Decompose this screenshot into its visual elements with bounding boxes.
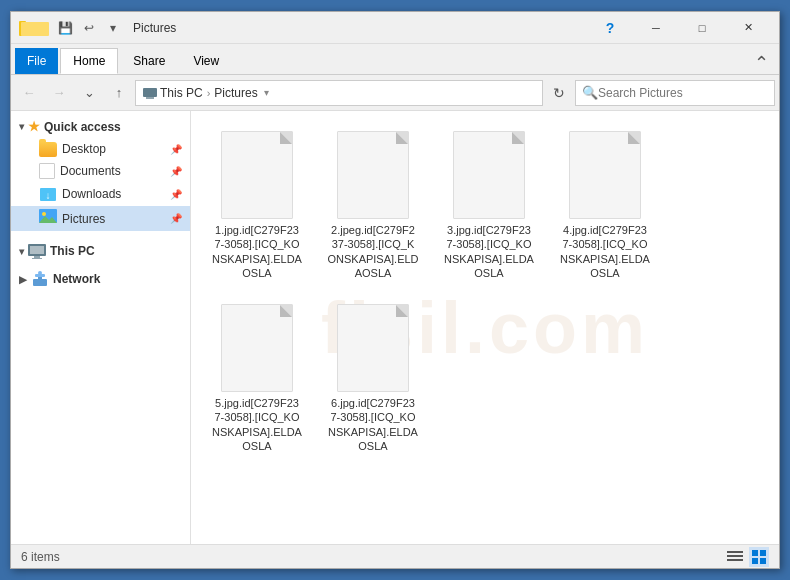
svg-rect-3 bbox=[143, 88, 157, 97]
main-content: ▾ ★ Quick access Desktop 📌 Documents 📌 ↓ bbox=[11, 111, 779, 544]
address-path[interactable]: This PC › Pictures ▾ bbox=[135, 80, 543, 106]
path-thispc: This PC bbox=[160, 86, 203, 100]
tab-file[interactable]: File bbox=[15, 48, 58, 74]
pin-icon: 📌 bbox=[170, 189, 182, 200]
sidebar-item-downloads[interactable]: ↓ Downloads 📌 bbox=[11, 182, 190, 206]
file-item[interactable]: 5.jpg.id[C279F237-3058].[ICQ_KONSKAPISA]… bbox=[207, 300, 307, 457]
pin-icon: 📌 bbox=[170, 144, 182, 155]
window-title: Pictures bbox=[133, 21, 587, 35]
file-icon-4 bbox=[569, 131, 641, 219]
sidebar-thispc[interactable]: ▾ This PC bbox=[11, 239, 190, 263]
tab-share[interactable]: Share bbox=[120, 48, 178, 74]
forward-button[interactable]: → bbox=[45, 79, 73, 107]
file-item[interactable]: 6.jpg.id[C279F237-3058].[ICQ_KONSKAPISA]… bbox=[323, 300, 423, 457]
list-view-button[interactable] bbox=[725, 547, 745, 567]
star-icon: ★ bbox=[28, 119, 40, 134]
downloads-icon: ↓ bbox=[39, 185, 57, 203]
svg-rect-2 bbox=[21, 22, 49, 36]
file-name-3: 3.jpg.id[C279F237-3058].[ICQ_KONSKAPISA]… bbox=[444, 223, 534, 280]
svg-rect-12 bbox=[32, 258, 42, 259]
recent-locations-button[interactable]: ⌄ bbox=[75, 79, 103, 107]
grid-view-button[interactable] bbox=[749, 547, 769, 567]
file-icon-2 bbox=[337, 131, 409, 219]
svg-rect-20 bbox=[727, 559, 743, 561]
path-dropdown-icon[interactable]: ▾ bbox=[264, 87, 269, 98]
path-pictures: Pictures bbox=[214, 86, 257, 100]
svg-point-8 bbox=[42, 212, 46, 216]
svg-rect-24 bbox=[760, 558, 766, 564]
title-bar-icons: 💾 ↩ ▾ bbox=[19, 18, 123, 38]
svg-rect-18 bbox=[727, 551, 743, 553]
file-name-1: 1.jpg.id[C279F237-3058].[ICQ_KONSKAPISA]… bbox=[212, 223, 302, 280]
sidebar-label-desktop: Desktop bbox=[62, 142, 106, 156]
tab-view[interactable]: View bbox=[180, 48, 232, 74]
svg-rect-4 bbox=[146, 97, 154, 99]
search-box[interactable]: 🔍 bbox=[575, 80, 775, 106]
help-button[interactable]: ? bbox=[587, 12, 633, 44]
sidebar-label-documents: Documents bbox=[60, 164, 121, 178]
svg-text:↓: ↓ bbox=[46, 190, 51, 201]
file-name-6: 6.jpg.id[C279F237-3058].[ICQ_KONSKAPISA]… bbox=[328, 396, 418, 453]
file-icon-6 bbox=[337, 304, 409, 392]
ribbon-collapse-button[interactable]: ⌃ bbox=[754, 52, 769, 74]
quick-access-label: Quick access bbox=[44, 120, 121, 134]
file-grid: 1.jpg.id[C279F237-3058].[ICQ_KONSKAPISA]… bbox=[191, 111, 779, 473]
file-area: fisil.com 1.jpg.id[C279F237-3058].[ICQ_K… bbox=[191, 111, 779, 544]
svg-rect-14 bbox=[33, 279, 47, 286]
search-icon: 🔍 bbox=[582, 85, 598, 100]
file-item[interactable]: 2.jpeg.id[C279F237-3058].[ICQ_KONSKAPISA… bbox=[323, 127, 423, 284]
svg-rect-11 bbox=[34, 256, 40, 258]
network-label: Network bbox=[53, 272, 100, 286]
maximize-button[interactable]: □ bbox=[679, 12, 725, 44]
title-bar-folder-icon bbox=[19, 18, 51, 38]
docs-icon bbox=[39, 163, 55, 179]
pictures-icon bbox=[39, 209, 57, 228]
pin-icon: 📌 bbox=[170, 166, 182, 177]
back-button[interactable]: ← bbox=[15, 79, 43, 107]
sidebar-quick-access[interactable]: ▾ ★ Quick access bbox=[11, 115, 190, 138]
qat-undo-button[interactable]: ↩ bbox=[79, 18, 99, 38]
svg-rect-22 bbox=[760, 550, 766, 556]
svg-rect-19 bbox=[727, 555, 743, 557]
address-bar: ← → ⌄ ↑ This PC › Pictures ▾ ↻ 🔍 bbox=[11, 75, 779, 111]
view-controls bbox=[725, 547, 769, 567]
svg-rect-13 bbox=[30, 246, 44, 254]
item-count: 6 items bbox=[21, 550, 60, 564]
window-controls: ? ─ □ ✕ bbox=[587, 12, 771, 44]
minimize-button[interactable]: ─ bbox=[633, 12, 679, 44]
ribbon: File Home Share View ⌃ bbox=[11, 44, 779, 75]
file-item[interactable]: 3.jpg.id[C279F237-3058].[ICQ_KONSKAPISA]… bbox=[439, 127, 539, 284]
sidebar-label-downloads: Downloads bbox=[62, 187, 121, 201]
file-icon-5 bbox=[221, 304, 293, 392]
sidebar: ▾ ★ Quick access Desktop 📌 Documents 📌 ↓ bbox=[11, 111, 191, 544]
tab-home[interactable]: Home bbox=[60, 48, 118, 74]
file-icon-3 bbox=[453, 131, 525, 219]
sidebar-item-documents[interactable]: Documents 📌 bbox=[11, 160, 190, 182]
status-bar: 6 items bbox=[11, 544, 779, 568]
file-name-4: 4.jpg.id[C279F237-3058].[ICQ_KONSKAPISA]… bbox=[560, 223, 650, 280]
up-button[interactable]: ↑ bbox=[105, 79, 133, 107]
sidebar-label-pictures: Pictures bbox=[62, 212, 105, 226]
file-icon-1 bbox=[221, 131, 293, 219]
title-bar: 💾 ↩ ▾ Pictures ? ─ □ ✕ bbox=[11, 12, 779, 44]
search-input[interactable] bbox=[598, 86, 770, 100]
qat-save-button[interactable]: 💾 bbox=[55, 18, 75, 38]
thispc-small-icon bbox=[142, 86, 158, 100]
file-explorer-window: 💾 ↩ ▾ Pictures ? ─ □ ✕ File Home Share V… bbox=[10, 11, 780, 569]
sidebar-item-pictures[interactable]: Pictures 📌 bbox=[11, 206, 190, 231]
expand-icon: ▾ bbox=[19, 121, 24, 132]
file-name-2: 2.jpeg.id[C279F237-3058].[ICQ_KONSKAPISA… bbox=[327, 223, 418, 280]
close-button[interactable]: ✕ bbox=[725, 12, 771, 44]
svg-point-17 bbox=[38, 271, 42, 275]
sidebar-network[interactable]: ▶ Network bbox=[11, 267, 190, 291]
ribbon-tabs: File Home Share View ⌃ bbox=[11, 44, 779, 74]
sidebar-item-desktop[interactable]: Desktop 📌 bbox=[11, 138, 190, 160]
qat-dropdown-button[interactable]: ▾ bbox=[103, 18, 123, 38]
file-item[interactable]: 4.jpg.id[C279F237-3058].[ICQ_KONSKAPISA]… bbox=[555, 127, 655, 284]
folder-icon bbox=[39, 142, 57, 157]
pin-icon: 📌 bbox=[170, 213, 182, 224]
file-item[interactable]: 1.jpg.id[C279F237-3058].[ICQ_KONSKAPISA]… bbox=[207, 127, 307, 284]
refresh-button[interactable]: ↻ bbox=[545, 79, 573, 107]
svg-rect-23 bbox=[752, 558, 758, 564]
svg-rect-21 bbox=[752, 550, 758, 556]
